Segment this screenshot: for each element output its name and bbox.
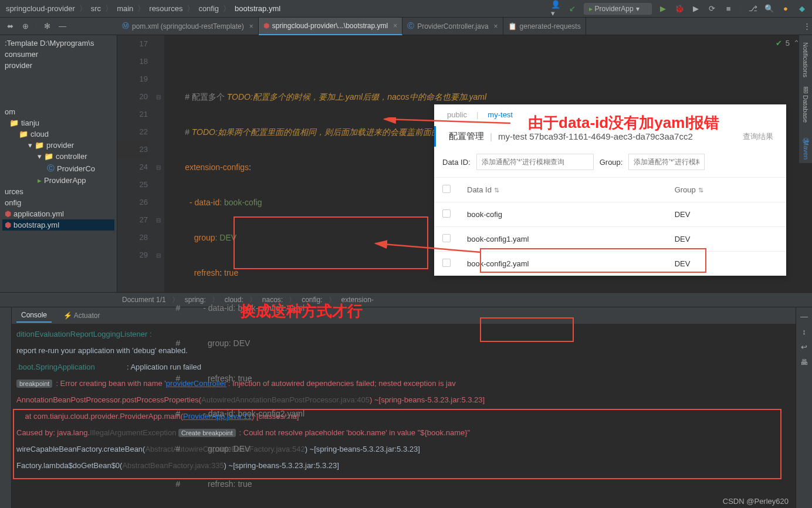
dataid-label: Data ID:	[442, 158, 471, 167]
debug-icon[interactable]: 🐞	[674, 4, 685, 14]
checkbox[interactable]	[442, 259, 451, 267]
tab-bootstrap[interactable]: ⬢springcloud-provider\...\bootstrap.yml×	[259, 18, 402, 35]
editor-tabs: Ⓜpom.xml (springcloud-restTemplate)× ⬢sp…	[117, 18, 812, 35]
tab-console[interactable]: Console	[16, 309, 52, 323]
maven-tab[interactable]: Ⓜ Maven	[801, 128, 810, 163]
tree-item[interactable]: ⒸProviderCo	[2, 162, 114, 175]
panel-search: Data ID: Group:	[434, 150, 786, 177]
notifications-tab[interactable]: Notifications	[802, 39, 809, 81]
group-input[interactable]	[628, 154, 705, 170]
tabs-row: ⬌ ⊕ | ✻ — Ⓜpom.xml (springcloud-restTemp…	[0, 18, 812, 35]
avatar-icon[interactable]: ●	[780, 4, 791, 14]
profile-icon[interactable]: ⟳	[707, 4, 718, 14]
bc-item[interactable]: bootstrap.yml	[234, 4, 282, 13]
panel-tab-public[interactable]: public	[447, 110, 467, 119]
database-tab[interactable]: 🗄 Database	[802, 83, 809, 126]
bc-item[interactable]: config	[197, 4, 220, 13]
coverage-icon[interactable]: ▶	[691, 4, 701, 14]
tree-item[interactable]: provider	[2, 60, 114, 71]
search-icon[interactable]: 🔍	[764, 4, 774, 14]
stop-icon[interactable]: ■	[723, 4, 734, 14]
group-label: Group:	[600, 158, 623, 167]
fold-gutter: ⊟ ⊟ ⊟⊟	[153, 35, 164, 292]
th-group[interactable]: Group⇅	[666, 178, 786, 202]
checkbox-all[interactable]	[442, 185, 451, 193]
tree-item[interactable]: om	[2, 106, 114, 117]
config-table: Data Id⇅ Group⇅ book-cofigDEV book-confi…	[434, 177, 786, 276]
breakpoint-ghost[interactable]: breakpoint	[16, 380, 52, 388]
right-sidebar: Notifications 🗄 Database Ⓜ Maven	[799, 35, 812, 163]
annotation-text: 由于data-id没有加yaml报错	[528, 113, 720, 133]
annotation-text: 换成这种方式才行	[241, 301, 363, 321]
settings-icon[interactable]: ✻	[42, 21, 52, 32]
checkbox[interactable]	[442, 234, 451, 242]
tree-item[interactable]: urces	[2, 186, 114, 197]
breadcrumb: springcloud-provider〉 src〉 main〉 resourc…	[5, 4, 551, 14]
tree-item[interactable]: ▾ 📁provider	[2, 140, 114, 151]
watermark: CSDN @Perley620	[723, 497, 789, 506]
project-toolbar: ⬌ ⊕ | ✻ —	[0, 18, 117, 35]
tab-label: springcloud-provider\...\bootstrap.yml	[272, 22, 388, 30]
tree-item[interactable]: 📁cloud	[2, 128, 114, 140]
tree-item[interactable]: ▸ProviderApp	[2, 175, 114, 186]
tab-controller[interactable]: ⒸProviderController.java×	[402, 18, 503, 35]
tree-root[interactable]: :Template D:\Myprogram\s	[2, 38, 114, 49]
inspection-icon[interactable]: ✔	[776, 39, 782, 48]
table-row[interactable]: book-cofigDEV	[434, 202, 786, 227]
close-icon[interactable]: ×	[249, 22, 253, 31]
ide-icon[interactable]: ◆	[797, 4, 807, 14]
collapse-icon[interactable]: —	[57, 21, 67, 32]
bc-item[interactable]: resources	[148, 4, 184, 13]
th-dataid[interactable]: Data Id⇅	[459, 178, 666, 202]
gutter: 17 18 19 20 21 22 23 24 25 26 27 28 29	[117, 35, 153, 292]
run-configuration[interactable]: ▸ProviderApp ▾	[584, 3, 652, 15]
inspection-count: 5	[786, 39, 790, 48]
tree-item[interactable]: ▾ 📁controller	[2, 151, 114, 162]
sort-icon[interactable]: ⇅	[698, 187, 703, 194]
tree-item-selected[interactable]: ⬢bootstrap.yml	[2, 219, 114, 231]
top-toolbar: springcloud-provider〉 src〉 main〉 resourc…	[0, 0, 812, 18]
sync-icon[interactable]: ↙	[567, 4, 578, 14]
vcs-branch-icon[interactable]: ⎇	[747, 4, 758, 14]
tree-item[interactable]: 📁tianju	[2, 117, 114, 128]
run-config-label: ProviderApp	[595, 5, 634, 13]
tab-more-icon[interactable]: ⋮	[801, 21, 812, 32]
panel-tab-mytest[interactable]: my-test	[488, 110, 513, 119]
checkbox[interactable]	[442, 209, 451, 218]
vcs-icon[interactable]: 👤▾	[551, 4, 561, 14]
crumb[interactable]: Document 1/1	[121, 296, 167, 304]
tab-label: generated-requests	[520, 22, 581, 31]
target-icon[interactable]: ⊕	[20, 21, 31, 32]
close-icon[interactable]: ×	[494, 22, 498, 31]
table-row[interactable]: book-config1.yamlDEV	[434, 227, 786, 252]
sort-icon[interactable]: ⇅	[494, 187, 499, 194]
select-open-icon[interactable]: ⬌	[5, 21, 15, 32]
bc-item[interactable]: src	[90, 4, 102, 13]
tab-label: ProviderController.java	[417, 22, 488, 31]
project-tree: :Template D:\Myprogram\s consumer provid…	[0, 35, 117, 292]
close-icon[interactable]: ×	[393, 22, 397, 30]
bc-item[interactable]: springcloud-provider	[5, 4, 76, 13]
table-row[interactable]: book-config2.yamlDEV	[434, 252, 786, 276]
tree-item[interactable]: ⬢application.yml	[2, 208, 114, 219]
tab-generated[interactable]: 📋generated-requests	[503, 18, 586, 35]
tree-item[interactable]: consumer	[2, 49, 114, 60]
dataid-input[interactable]	[476, 154, 594, 170]
tab-actuator[interactable]: ⚡ Actuator	[59, 309, 104, 322]
tree-item[interactable]: onfig	[2, 197, 114, 208]
tool-gutter	[0, 307, 12, 508]
tab-label: pom.xml (springcloud-restTemplate)	[132, 22, 244, 31]
run-icon[interactable]: ▶	[658, 4, 668, 14]
tab-pom[interactable]: Ⓜpom.xml (springcloud-restTemplate)×	[117, 18, 259, 35]
bc-item[interactable]: main	[116, 4, 134, 13]
